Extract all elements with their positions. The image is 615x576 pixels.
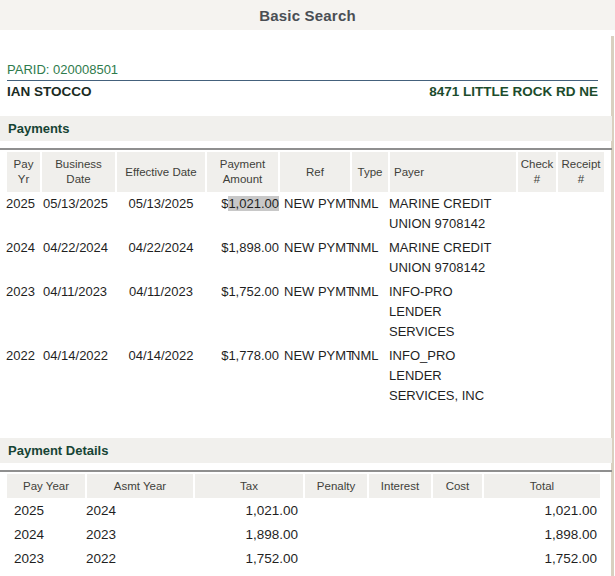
payment-business-date: 04/14/2022 (41, 344, 116, 408)
amount-value: 1,752.00 (228, 284, 279, 299)
payment-amount: $1,778.00 (206, 344, 279, 408)
col-ref: Ref (279, 152, 351, 192)
payment-payer: INFO-PRO LENDER SERVICES (389, 280, 517, 344)
col-pay-yr: Pay Yr (6, 152, 41, 192)
detail-tax: 1,898.00 (194, 522, 304, 546)
payment-details-section-header: Payment Details (0, 438, 612, 463)
payment-details-section-title: Payment Details (8, 443, 108, 458)
col-payment-amount: Payment Amount (206, 152, 279, 192)
amount-value: 1,898.00 (228, 240, 279, 255)
payment-ref: NEW PYMT (279, 344, 351, 408)
payment-receipt-no (557, 192, 605, 236)
payments-section-title: Payments (8, 121, 69, 136)
detail-total: 1,778.00 (483, 570, 601, 576)
payments-table: Pay Yr Business Date Effective Date Paym… (5, 152, 606, 408)
detail-penalty (304, 498, 368, 522)
detail-asmt-year: 2023 (86, 522, 194, 546)
col-penalty: Penalty (304, 474, 368, 498)
payment-receipt-no (557, 236, 605, 280)
detail-pay-year: 2022 (6, 570, 86, 576)
section-gap (0, 408, 612, 421)
detail-pay-year: 2023 (6, 546, 86, 570)
content-area: PARID: 020008501 IAN STOCCO 8471 LITTLE … (0, 30, 612, 576)
payment-detail-row: 202520241,021.001,021.00 (6, 498, 601, 522)
payments-section-header: Payments (0, 116, 612, 141)
detail-pay-year: 2024 (6, 522, 86, 546)
payment-check-no (517, 344, 557, 408)
detail-tax: 1,752.00 (194, 546, 304, 570)
payment-type: NML (351, 192, 389, 236)
payment-check-no (517, 236, 557, 280)
payment-effective-date: 04/11/2023 (116, 280, 206, 344)
payment-amount: $1,752.00 (206, 280, 279, 344)
amount-value: 1,021.00 (228, 196, 279, 211)
detail-interest (368, 546, 432, 570)
detail-asmt-year: 2022 (86, 546, 194, 570)
payment-effective-date: 04/22/2024 (116, 236, 206, 280)
details-header-row: Pay Year Asmt Year Tax Penalty Interest … (6, 474, 601, 498)
payment-payer: MARINE CREDIT UNION 9708142 (389, 236, 517, 280)
payment-payer: INFO_PRO LENDER SERVICES, INC (389, 344, 517, 408)
amount-value: 1,778.00 (228, 348, 279, 363)
col-tax: Tax (194, 474, 304, 498)
payment-receipt-no (557, 344, 605, 408)
payment-row: 202505/13/202505/13/2025$1,021.00NEW PYM… (6, 192, 605, 236)
owner-name: IAN STOCCO (7, 84, 92, 99)
col-receipt-no: Receipt # (557, 152, 605, 192)
payment-business-date: 04/22/2024 (41, 236, 116, 280)
property-address: 8471 LITTLE ROCK RD NE (429, 84, 598, 99)
col-interest: Interest (368, 474, 432, 498)
detail-total: 1,021.00 (483, 498, 601, 522)
col-pay-year: Pay Year (6, 474, 86, 498)
detail-penalty (304, 522, 368, 546)
col-effective-date: Effective Date (116, 152, 206, 192)
detail-cost (432, 570, 483, 576)
payment-type: NML (351, 280, 389, 344)
detail-asmt-year: 2024 (86, 498, 194, 522)
col-payer: Payer (389, 152, 517, 192)
payment-pay-yr: 2023 (6, 280, 41, 344)
payment-check-no (517, 192, 557, 236)
payment-row: 202204/14/202204/14/2022$1,778.00NEW PYM… (6, 344, 605, 408)
payment-amount: $1,898.00 (206, 236, 279, 280)
detail-interest (368, 522, 432, 546)
detail-interest (368, 570, 432, 576)
payment-pay-yr: 2022 (6, 344, 41, 408)
parid-line: PARID: 020008501 (7, 62, 598, 81)
payment-effective-date: 05/13/2025 (116, 192, 206, 236)
detail-cost (432, 546, 483, 570)
detail-asmt-year: 2021 (86, 570, 194, 576)
payment-details-section-rule (0, 470, 612, 472)
detail-pay-year: 2025 (6, 498, 86, 522)
page-title: Basic Search (259, 7, 356, 24)
detail-cost (432, 522, 483, 546)
payment-business-date: 05/13/2025 (41, 192, 116, 236)
detail-cost (432, 498, 483, 522)
payment-row: 202304/11/202304/11/2023$1,752.00NEW PYM… (6, 280, 605, 344)
col-type: Type (351, 152, 389, 192)
payment-pay-yr: 2024 (6, 236, 41, 280)
parid-value: 020008501 (53, 62, 118, 77)
col-check-no: Check # (517, 152, 557, 192)
detail-total: 1,752.00 (483, 546, 601, 570)
payment-ref: NEW PYMT (279, 192, 351, 236)
detail-interest (368, 498, 432, 522)
detail-penalty (304, 546, 368, 570)
parid-label: PARID: (7, 62, 49, 77)
payment-row: 202404/22/202404/22/2024$1,898.00NEW PYM… (6, 236, 605, 280)
payment-check-no (517, 280, 557, 344)
payment-business-date: 04/11/2023 (41, 280, 116, 344)
payment-type: NML (351, 344, 389, 408)
payment-ref: NEW PYMT (279, 280, 351, 344)
detail-penalty (304, 570, 368, 576)
payment-type: NML (351, 236, 389, 280)
col-cost: Cost (432, 474, 483, 498)
owner-row: IAN STOCCO 8471 LITTLE ROCK RD NE (7, 84, 598, 99)
payment-amount: $1,021.00 (206, 192, 279, 236)
payment-receipt-no (557, 280, 605, 344)
col-total: Total (483, 474, 601, 498)
col-business-date: Business Date (41, 152, 116, 192)
detail-tax: 1,021.00 (194, 498, 304, 522)
detail-tax: 1,778.00 (194, 570, 304, 576)
payment-detail-row: 202220211,778.001,778.00 (6, 570, 601, 576)
